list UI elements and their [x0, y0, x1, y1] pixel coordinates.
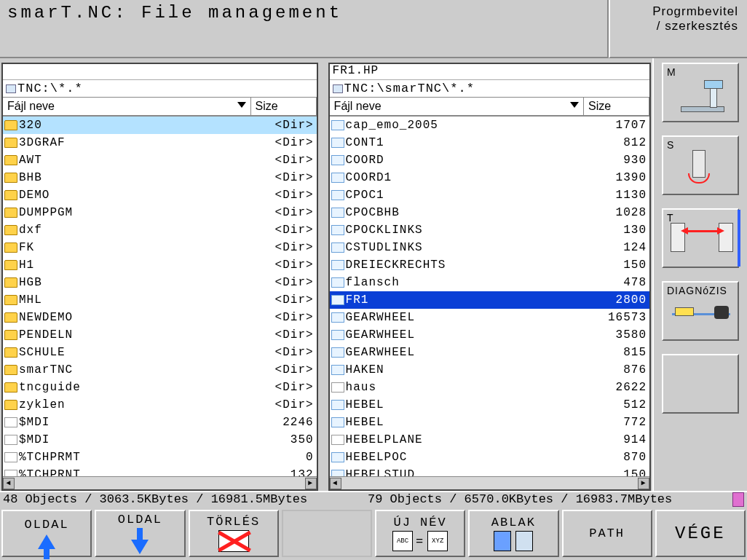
right-input[interactable]: FR1.HP: [330, 64, 649, 80]
file-row[interactable]: $MDI350: [3, 431, 317, 449]
mode-line2: / szerkesztés: [619, 19, 738, 33]
file-row[interactable]: HEBEL772: [330, 414, 649, 431]
scroll-right-icon[interactable]: ►: [638, 478, 649, 489]
side-button-tool[interactable]: T: [662, 208, 739, 268]
file-pane-right[interactable]: FR1.HP TNC:\smarTNC\*.* Fájl neve Size c…: [328, 63, 651, 491]
file-row[interactable]: smarTNC<Dir>: [3, 361, 317, 379]
file-row[interactable]: tncguide<Dir>: [3, 379, 317, 396]
pane-divider[interactable]: [321, 63, 325, 491]
right-columns[interactable]: Fájl neve Size: [330, 98, 649, 117]
file-row[interactable]: MHL<Dir>: [3, 291, 317, 309]
folder-icon: [4, 312, 17, 323]
file-size: 815: [585, 346, 648, 359]
file-row[interactable]: FR12800: [330, 291, 649, 309]
file-row[interactable]: AWT<Dir>: [3, 151, 317, 169]
file-row[interactable]: CSTUDLINKS124: [330, 239, 649, 256]
file-row[interactable]: CPOCKLINKS130: [330, 221, 649, 239]
right-col-size[interactable]: Size: [584, 98, 649, 115]
file-size: 1028: [585, 206, 648, 219]
file-name: CPOCKLINKS: [346, 224, 585, 237]
file-icon: [331, 312, 344, 323]
file-row[interactable]: DREIECKRECHTS150: [330, 256, 649, 274]
delete-x-icon: [218, 530, 249, 552]
left-col-name[interactable]: Fájl neve: [3, 98, 251, 115]
file-size: 150: [585, 468, 648, 476]
file-size: <Dir>: [253, 311, 315, 324]
left-file-list[interactable]: 320<Dir>3DGRAF<Dir>AWT<Dir>BHB<Dir>DEMO<…: [3, 117, 317, 476]
file-row[interactable]: CONT1812: [330, 134, 649, 151]
file-row[interactable]: SCHULE<Dir>: [3, 344, 317, 361]
file-size: <Dir>: [253, 328, 315, 342]
folder-icon: [4, 382, 17, 393]
file-row[interactable]: flansch478: [330, 274, 649, 291]
left-input[interactable]: [3, 64, 317, 80]
file-row[interactable]: NEWDEMO<Dir>: [3, 309, 317, 326]
file-row[interactable]: DUMPPGM<Dir>: [3, 204, 317, 221]
softkey-page-up[interactable]: OLDAL: [1, 510, 92, 557]
file-size: 132: [253, 468, 315, 476]
side-button-spindle[interactable]: S: [662, 135, 739, 195]
softkey-path[interactable]: PATH: [562, 510, 652, 557]
file-row[interactable]: cap_emo_20051707: [330, 117, 649, 134]
file-row[interactable]: DEMO<Dir>: [3, 186, 317, 204]
file-size: 130: [585, 224, 648, 237]
left-col-size[interactable]: Size: [251, 98, 317, 115]
side-button-diag[interactable]: DIAGNóZIS: [662, 281, 739, 341]
side-button-empty[interactable]: [662, 354, 739, 414]
file-pane-left[interactable]: TNC:\*.* Fájl neve Size 320<Dir>3DGRAF<D…: [1, 63, 318, 491]
right-hscroll[interactable]: ◄ ►: [330, 476, 649, 489]
softkey-empty: [282, 510, 372, 557]
file-row[interactable]: GEARWHEEL815: [330, 344, 649, 361]
right-file-list[interactable]: cap_emo_20051707CONT1812COORD930COORD113…: [330, 117, 649, 476]
scroll-right-icon[interactable]: ►: [305, 478, 317, 489]
file-row[interactable]: CPOCBHB1028: [330, 204, 649, 221]
file-name: HGB: [19, 276, 253, 289]
file-row[interactable]: HGB<Dir>: [3, 274, 317, 291]
file-row[interactable]: $MDI2246: [3, 414, 317, 431]
folder-icon: [4, 330, 17, 340]
file-row[interactable]: HAKEN876: [330, 361, 649, 379]
file-row[interactable]: GEARWHEEL16573: [330, 309, 649, 326]
scroll-left-icon[interactable]: ◄: [3, 478, 15, 489]
scroll-left-icon[interactable]: ◄: [330, 478, 341, 489]
file-size: 1130: [585, 189, 648, 202]
file-row[interactable]: FK<Dir>: [3, 239, 317, 256]
drive-icon: [333, 84, 343, 93]
left-hscroll[interactable]: ◄ ►: [3, 476, 317, 489]
right-col-name[interactable]: Fájl neve: [330, 98, 584, 115]
softkey-window[interactable]: ABLAK: [468, 510, 558, 557]
file-row[interactable]: HEBELPLANE914: [330, 431, 649, 449]
file-row[interactable]: CPOC11130: [330, 186, 649, 204]
file-row[interactable]: 3DGRAF<Dir>: [3, 134, 317, 151]
softkey-delete[interactable]: TÖRLÉS: [189, 510, 279, 557]
softkey-rename[interactable]: ÚJ NÉV ABC = XYZ: [375, 510, 465, 557]
file-row[interactable]: zyklen<Dir>: [3, 396, 317, 414]
softkey-end[interactable]: VÉGE: [655, 510, 746, 557]
file-row[interactable]: dxf<Dir>: [3, 221, 317, 239]
file-name: CPOCBHB: [346, 206, 585, 219]
file-row[interactable]: COORD930: [330, 151, 649, 169]
file-row[interactable]: HEBELPOC870: [330, 449, 649, 466]
file-size: 1707: [585, 119, 648, 132]
file-row[interactable]: BHB<Dir>: [3, 169, 317, 186]
file-row[interactable]: PENDELN<Dir>: [3, 326, 317, 344]
file-row[interactable]: GEARWHEEL3580: [330, 326, 649, 344]
file-row[interactable]: %TCHPRNT132: [3, 466, 317, 476]
side-label: S: [667, 139, 673, 151]
softkey-page-down[interactable]: OLDAL: [95, 510, 185, 557]
folder-icon: [4, 208, 17, 218]
file-row[interactable]: H1<Dir>: [3, 256, 317, 274]
doc-icon: [4, 452, 17, 462]
left-columns[interactable]: Fájl neve Size: [3, 98, 317, 117]
file-row[interactable]: 320<Dir>: [3, 117, 317, 134]
dropdown-icon[interactable]: [570, 102, 579, 108]
file-name: GEARWHEEL: [346, 328, 585, 342]
file-row[interactable]: HEBEL512: [330, 396, 649, 414]
file-row[interactable]: %TCHPRMT0: [3, 449, 317, 466]
side-button-machine[interactable]: M: [662, 63, 739, 122]
dropdown-icon[interactable]: [237, 102, 246, 108]
file-row[interactable]: haus2622: [330, 379, 649, 396]
file-row[interactable]: HEBELSTUD150: [330, 466, 649, 476]
file-name: dxf: [19, 224, 253, 237]
file-row[interactable]: COORD11390: [330, 169, 649, 186]
